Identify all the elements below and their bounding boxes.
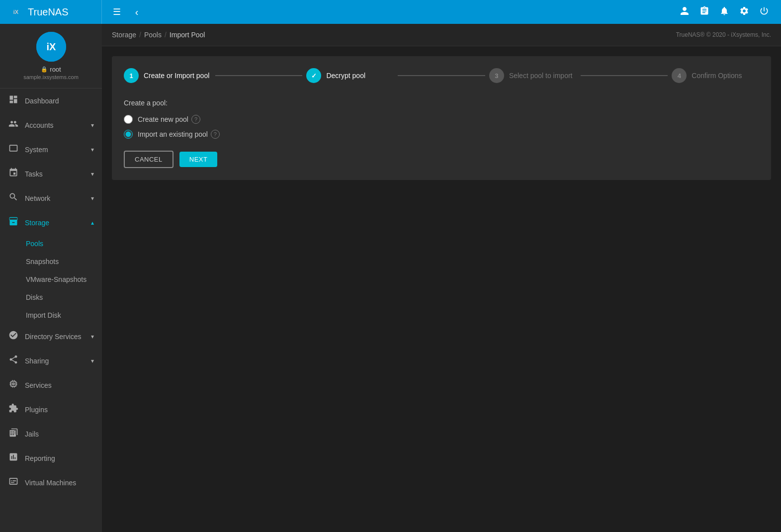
- sidebar-item-reporting[interactable]: Reporting: [0, 446, 102, 470]
- radio-create-new-label: Create new pool ?: [138, 115, 200, 124]
- import-existing-help-icon[interactable]: ?: [211, 130, 220, 139]
- sidebar-item-sharing[interactable]: Sharing ▾: [0, 349, 102, 373]
- sidebar-subitem-label: Pools: [26, 240, 43, 248]
- radio-import-existing-input[interactable]: [124, 130, 133, 139]
- logo-icon: iX: [8, 4, 24, 20]
- radio-import-existing-label: Import an existing pool ?: [138, 130, 220, 139]
- sidebar-subitem-disks[interactable]: Disks: [0, 288, 102, 306]
- step-2-label: Decrypt pool: [326, 72, 365, 80]
- topbar: iX TrueNAS ☰ ‹: [0, 0, 781, 24]
- virtual-machines-icon: [8, 476, 19, 489]
- breadcrumb: Storage / Pools / Import Pool: [112, 31, 205, 39]
- sidebar-item-storage[interactable]: Storage ▴: [0, 210, 102, 235]
- breadcrumb-pools[interactable]: Pools: [144, 31, 162, 39]
- brand-info: TrueNAS® © 2020 - iXsystems, Inc.: [676, 31, 771, 38]
- step-3: 3 Select pool to import: [489, 68, 577, 83]
- sidebar-subitem-vmware-snapshots[interactable]: VMware-Snapshots: [0, 270, 102, 288]
- clipboard-button[interactable]: [695, 3, 713, 21]
- sidebar-item-jails[interactable]: Jails: [0, 422, 102, 446]
- radio-group: Create new pool ? Import an existing poo…: [124, 115, 759, 139]
- sidebar-item-services[interactable]: Services: [0, 373, 102, 397]
- step-1-circle: 1: [124, 68, 139, 83]
- sidebar-item-label: Network: [25, 194, 85, 202]
- hamburger-icon: ☰: [113, 6, 121, 17]
- step-connector-3: [581, 75, 668, 76]
- page-content: 1 Create or Import pool ✓ Decrypt pool: [102, 46, 781, 532]
- accounts-icon: [8, 119, 19, 131]
- back-button[interactable]: ‹: [128, 3, 146, 21]
- power-button[interactable]: [755, 3, 773, 21]
- sidebar-subitem-snapshots[interactable]: Snapshots: [0, 253, 102, 270]
- sidebar-item-network[interactable]: Network ▾: [0, 186, 102, 210]
- sidebar-subitem-label: VMware-Snapshots: [26, 275, 87, 283]
- sidebar-subitem-label: Snapshots: [26, 258, 59, 266]
- services-icon: [8, 379, 19, 391]
- settings-button[interactable]: [735, 3, 753, 21]
- sidebar-item-tasks[interactable]: Tasks ▾: [0, 162, 102, 186]
- sidebar-item-label: Services: [25, 381, 94, 389]
- step-1: 1 Create or Import pool: [124, 68, 211, 83]
- sidebar-subitem-label: Disks: [26, 293, 43, 301]
- sidebar: iX 🔒 root sample.ixsystems.com Dashboard…: [0, 24, 102, 532]
- radio-create-new-input[interactable]: [124, 115, 133, 124]
- step-3-circle: 3: [489, 68, 504, 83]
- sidebar-subitem-import-disk[interactable]: Import Disk: [0, 306, 102, 324]
- wizard-card: 1 Create or Import pool ✓ Decrypt pool: [112, 56, 771, 180]
- chevron-left-icon: ‹: [135, 6, 139, 18]
- sidebar-item-virtual-machines[interactable]: Virtual Machines: [0, 470, 102, 495]
- sidebar-subitem-pools[interactable]: Pools: [0, 235, 102, 253]
- user-section: iX 🔒 root sample.ixsystems.com: [0, 24, 102, 89]
- cancel-button[interactable]: CANCEL: [124, 151, 174, 168]
- network-icon: [8, 192, 19, 204]
- lock-icon: 🔒: [41, 66, 48, 73]
- jails-icon: [8, 428, 19, 440]
- sidebar-item-label: Tasks: [25, 170, 85, 178]
- step-4-circle: 4: [672, 68, 687, 83]
- notifications-button[interactable]: [715, 3, 733, 21]
- radio-create-new[interactable]: Create new pool ?: [124, 115, 759, 124]
- radio-import-existing[interactable]: Import an existing pool ?: [124, 130, 759, 139]
- chevron-down-icon: ▾: [91, 171, 94, 177]
- breadcrumb-storage[interactable]: Storage: [112, 31, 136, 39]
- sidebar-item-system[interactable]: System ▾: [0, 137, 102, 162]
- step-2: ✓ Decrypt pool: [306, 68, 394, 83]
- step-2-circle: ✓: [306, 68, 321, 83]
- form-section-title: Create a pool:: [124, 99, 759, 107]
- sidebar-item-accounts[interactable]: Accounts ▾: [0, 113, 102, 137]
- sidebar-subitem-label: Import Disk: [26, 311, 61, 319]
- wizard-stepper: 1 Create or Import pool ✓ Decrypt pool: [124, 68, 759, 83]
- chevron-down-icon: ▾: [91, 146, 94, 153]
- next-button[interactable]: NEXT: [179, 152, 218, 167]
- sidebar-item-label: System: [25, 146, 85, 154]
- step-4: 4 Confirm Options: [672, 68, 759, 83]
- dashboard-icon: [8, 94, 19, 107]
- power-icon: [759, 6, 769, 18]
- reporting-icon: [8, 452, 19, 464]
- breadcrumb-sep-2: /: [165, 31, 167, 39]
- hamburger-menu-button[interactable]: ☰: [108, 3, 126, 21]
- topbar-nav-controls: ☰ ‹: [102, 3, 152, 21]
- tasks-icon: [8, 168, 19, 180]
- sharing-icon: [8, 355, 19, 367]
- user-icon: [680, 6, 690, 18]
- user-name-display: 🔒 root: [8, 66, 94, 73]
- step-4-label: Confirm Options: [692, 72, 742, 80]
- sidebar-item-label: Directory Services: [25, 333, 85, 341]
- logo-text: TrueNAS: [28, 6, 69, 18]
- chevron-down-icon: ▾: [91, 122, 94, 129]
- content-area: Storage / Pools / Import Pool TrueNAS® ©…: [102, 24, 781, 532]
- bell-icon: [719, 6, 729, 18]
- topbar-right-controls: [676, 3, 781, 21]
- sidebar-item-directory-services[interactable]: Directory Services ▾: [0, 324, 102, 349]
- create-new-help-icon[interactable]: ?: [191, 115, 200, 124]
- breadcrumb-current: Import Pool: [170, 31, 205, 39]
- avatar: iX: [36, 32, 66, 62]
- chevron-down-icon: ▾: [91, 357, 94, 364]
- sidebar-item-plugins[interactable]: Plugins: [0, 397, 102, 422]
- user-host: sample.ixsystems.com: [8, 74, 94, 80]
- system-icon: [8, 143, 19, 156]
- step-1-label: Create or Import pool: [144, 72, 209, 80]
- user-icon-button[interactable]: [676, 3, 694, 21]
- sidebar-item-dashboard[interactable]: Dashboard: [0, 89, 102, 113]
- sidebar-item-label: Dashboard: [25, 97, 94, 105]
